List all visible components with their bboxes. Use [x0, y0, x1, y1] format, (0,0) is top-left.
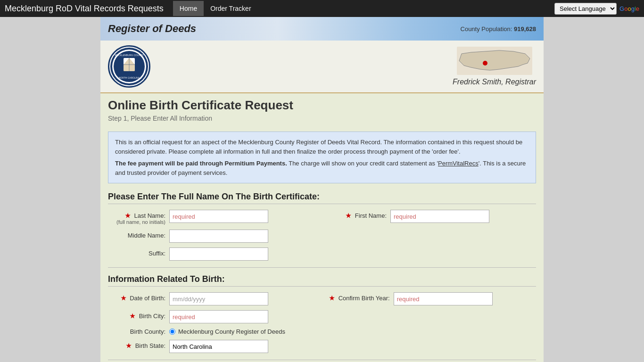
- birth-city-input[interactable]: [169, 310, 268, 323]
- middle-name-row: Middle Name:: [108, 230, 536, 243]
- svg-text:NORTH CAROLINA: NORTH CAROLINA: [119, 76, 140, 79]
- birth-state-required: ★: [126, 342, 132, 349]
- section-divider-1: [108, 267, 536, 268]
- page-title: Online Birth Certificate Request: [108, 98, 536, 113]
- suffix-input[interactable]: [169, 247, 268, 261]
- dob-label-area: ★ Date of Birth:: [108, 292, 169, 302]
- birth-city-group: ★ Birth City:: [108, 310, 536, 323]
- name-section-title: Please Enter The Full Name On The Birth …: [108, 192, 536, 204]
- dob-label: Date of Birth:: [130, 295, 165, 302]
- birth-city-label: Birth City:: [139, 313, 165, 320]
- suffix-group: Suffix:: [108, 247, 536, 261]
- birth-county-row: Birth County: Mecklenburg County Registe…: [108, 328, 536, 335]
- county-seal: MECKLENBURG COUNTY NORTH CAROLINA: [108, 45, 150, 88]
- middle-name-label: Middle Name:: [128, 232, 165, 239]
- birth-city-required: ★: [130, 313, 135, 320]
- birth-city-label-area: ★ Birth City:: [108, 310, 169, 320]
- first-name-label-area: ★ First Name:: [329, 210, 390, 219]
- birth-county-radio[interactable]: [169, 329, 175, 335]
- birth-state-row: ★ Birth State:: [108, 340, 536, 353]
- middle-name-label-area: Middle Name:: [108, 230, 169, 239]
- logo-section: MECKLENBURG COUNTY NORTH CAROLINA Fredri…: [100, 41, 544, 93]
- confirm-birth-year-group: ★ Confirm Birth Year:: [329, 292, 536, 305]
- section-divider-2: [108, 360, 536, 360]
- name-row: ★ Last Name: (full name, no initials) ★ …: [108, 210, 536, 225]
- birth-city-row: ★ Birth City:: [108, 310, 536, 323]
- middle-name-input[interactable]: [169, 230, 268, 243]
- registrar-area: Fredrick Smith, Registrar: [453, 47, 536, 86]
- info-fee-link: PermVitalRecs: [438, 160, 479, 167]
- dob-row: ★ Date of Birth: ★ Confirm Birth Year:: [108, 292, 536, 305]
- main-nav: Home Order Tracker: [173, 1, 554, 16]
- confirm-birth-year-label-area: ★ Confirm Birth Year:: [329, 292, 394, 302]
- birth-county-label-area: Birth County:: [108, 328, 169, 335]
- info-line2: The fee payment will be paid through Per…: [115, 159, 529, 177]
- dob-input[interactable]: [169, 292, 268, 305]
- last-name-label: Last Name:: [134, 212, 165, 219]
- seal-svg: MECKLENBURG COUNTY NORTH CAROLINA: [109, 47, 149, 86]
- rod-title: Register of Deeds: [108, 23, 196, 35]
- first-name-group: ★ First Name:: [329, 210, 536, 223]
- google-logo: Google: [619, 5, 639, 12]
- topbar: Mecklenburg RoD Vital Records Requests H…: [0, 0, 644, 17]
- first-name-required: ★: [346, 212, 351, 219]
- suffix-label: Suffix:: [149, 250, 165, 257]
- birth-county-radio-label[interactable]: Mecklenburg County Register of Deeds: [169, 328, 285, 335]
- last-name-required: ★: [125, 212, 131, 219]
- nav-home[interactable]: Home: [173, 1, 204, 16]
- language-area: Select Language Google: [554, 3, 639, 15]
- page-header: Register of Deeds County Population: 919…: [100, 17, 544, 41]
- info-fee-mid: The charge will show on your credit card…: [289, 160, 438, 167]
- suffix-label-area: Suffix:: [108, 247, 169, 257]
- page-title-area: Online Birth Certificate Request Step 1,…: [100, 93, 544, 127]
- last-name-group: ★ Last Name: (full name, no initials): [108, 210, 315, 225]
- last-name-label-area: ★ Last Name: (full name, no initials): [108, 210, 169, 225]
- confirm-birth-year-label: Confirm Birth Year:: [339, 295, 390, 302]
- last-name-sublabel: (full name, no initials): [108, 219, 165, 225]
- svg-point-11: [483, 61, 487, 66]
- registrar-name: Fredrick Smith, Registrar: [453, 78, 536, 86]
- last-name-input[interactable]: [169, 210, 268, 223]
- info-box: This is an official request for an aspec…: [108, 132, 536, 183]
- suffix-row: Suffix:: [108, 247, 536, 261]
- county-population-label: County Population:: [461, 25, 512, 33]
- middle-name-group: Middle Name:: [108, 230, 536, 243]
- confirm-birth-year-required: ★: [329, 295, 335, 302]
- nav-order-tracker[interactable]: Order Tracker: [204, 1, 257, 16]
- birth-county-value: Mecklenburg County Register of Deeds: [178, 328, 285, 335]
- birth-state-label: Birth State:: [135, 342, 165, 349]
- svg-text:MECKLENBURG COUNTY: MECKLENBURG COUNTY: [115, 54, 144, 57]
- step-label: Step 1, Please Enter All Information: [108, 115, 536, 122]
- county-population-value: 919,628: [514, 25, 536, 33]
- birth-section-title: Information Related To Birth:: [108, 274, 536, 287]
- form-area: This is an official request for an aspec…: [100, 127, 544, 362]
- birth-state-label-area: ★ Birth State:: [108, 340, 169, 349]
- confirm-birth-year-input[interactable]: [394, 292, 493, 305]
- dob-group: ★ Date of Birth:: [108, 292, 315, 305]
- birth-county-label: Birth County:: [130, 328, 165, 335]
- info-line1: This is an official request for an aspec…: [115, 138, 529, 156]
- nc-map: [457, 47, 532, 75]
- first-name-input[interactable]: [390, 210, 489, 223]
- page-wrapper: Register of Deeds County Population: 919…: [100, 17, 544, 362]
- birth-state-input[interactable]: [169, 340, 268, 353]
- info-fee-prefix: The fee payment will be paid through Per…: [115, 160, 287, 167]
- birth-state-group: ★ Birth State:: [108, 340, 536, 353]
- dob-required: ★: [121, 295, 126, 302]
- site-title: Mecklenburg RoD Vital Records Requests: [5, 4, 164, 14]
- county-population: County Population: 919,628: [461, 25, 536, 33]
- first-name-label: First Name:: [355, 212, 387, 219]
- language-selector[interactable]: Select Language: [554, 3, 617, 15]
